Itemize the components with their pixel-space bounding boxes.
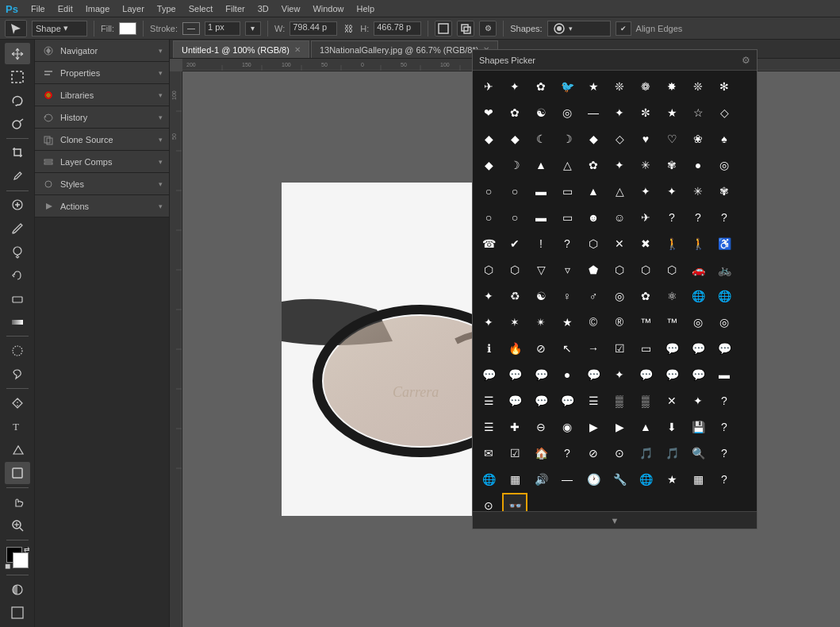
shape-item-23[interactable]: ☽ [554, 126, 580, 152]
shape-item-129[interactable]: ? [712, 388, 737, 414]
shape-item-7[interactable]: ✸ [659, 74, 685, 99]
menu-image[interactable]: Image [80, 2, 116, 15]
shape-item-150[interactable]: 🌐 [476, 467, 501, 492]
tab-untitled[interactable]: Untitled-1 @ 100% (RGB/8) ✕ [173, 40, 309, 58]
tool-healing[interactable] [5, 194, 30, 216]
shape-item-94[interactable]: © [581, 310, 606, 335]
shape-item-60[interactable]: ☎ [476, 231, 501, 256]
shape-item-27[interactable]: ♡ [659, 126, 685, 152]
shape-item-111[interactable]: 💬 [502, 362, 527, 387]
shape-item-130[interactable]: ☰ [476, 414, 501, 440]
shape-item-149[interactable]: ? [712, 440, 737, 466]
shape-item-76[interactable]: ⬡ [633, 257, 658, 283]
picker-scroll-area[interactable]: ✈✦✿🐦★❊❁✸❊✻❤✿☯◎—✦✼★☆◇◆◆☾☽◆◇♥♡❀♠◆☽▲△✿✦✳✾●◎… [473, 71, 757, 511]
shape-item-77[interactable]: ⬡ [659, 257, 685, 283]
shape-item-2[interactable]: ✿ [528, 74, 554, 99]
shape-item-97[interactable]: ™ [659, 310, 685, 335]
shape-item-86[interactable]: ✿ [633, 283, 658, 309]
shape-item-15[interactable]: ✦ [607, 100, 632, 125]
shape-item-19[interactable]: ◇ [712, 100, 737, 125]
shape-item-160[interactable]: ⊙ [476, 493, 501, 511]
tool-gradient[interactable] [5, 311, 30, 333]
shape-item-80[interactable]: ✦ [476, 283, 501, 309]
shape-item-8[interactable]: ❊ [685, 74, 711, 99]
shape-item-35[interactable]: ✦ [607, 152, 632, 178]
shape-item-62[interactable]: ! [528, 231, 554, 256]
shape-item-63[interactable]: ? [554, 231, 580, 256]
menu-layer[interactable]: Layer [117, 2, 150, 15]
shape-item-47[interactable]: ✦ [659, 179, 685, 204]
shape-item-42[interactable]: ▬ [528, 179, 554, 204]
width-input[interactable]: 798.44 p [290, 21, 337, 36]
scroll-down-btn[interactable]: ▼ [611, 516, 619, 525]
shape-item-57[interactable]: ? [659, 205, 685, 230]
shape-item-36[interactable]: ✳ [633, 152, 658, 178]
shape-item-31[interactable]: ☽ [502, 152, 527, 178]
shape-item-110[interactable]: 💬 [476, 362, 501, 387]
shape-item-113[interactable]: ● [554, 362, 580, 387]
shape-item-61[interactable]: ✔ [502, 231, 527, 256]
shape-item-6[interactable]: ❁ [633, 74, 658, 99]
shape-item-50[interactable]: ○ [476, 205, 501, 230]
shape-item-30[interactable]: ◆ [476, 152, 501, 178]
shape-item-112[interactable]: 💬 [528, 362, 554, 387]
shape-item-20[interactable]: ◆ [476, 126, 501, 152]
panel-header-layer-comps[interactable]: Layer Comps ▾ [35, 151, 169, 173]
shape-item-28[interactable]: ❀ [685, 126, 711, 152]
shape-item-43[interactable]: ▭ [554, 179, 580, 204]
shape-item-123[interactable]: 💬 [554, 388, 580, 414]
shape-item-99[interactable]: ◎ [712, 310, 737, 335]
shape-item-75[interactable]: ⬡ [607, 257, 632, 283]
shapes-picker-btn[interactable]: ▾ [547, 21, 611, 37]
shape-item-68[interactable]: 🚶 [685, 231, 711, 256]
tab-close-untitled[interactable]: ✕ [294, 45, 301, 54]
shape-item-39[interactable]: ◎ [712, 152, 737, 178]
shape-item-52[interactable]: ▬ [528, 205, 554, 230]
shape-item-104[interactable]: → [581, 336, 606, 361]
shape-item-141[interactable]: ☑ [502, 440, 527, 466]
shape-mode-dropdown[interactable]: Shape ▾ [32, 21, 87, 37]
tool-type[interactable]: T [5, 416, 30, 437]
shape-item-146[interactable]: 🎵 [633, 440, 658, 466]
reset-colors[interactable]: ◼ [5, 562, 10, 570]
shape-item-33[interactable]: △ [554, 152, 580, 178]
shape-item-78[interactable]: 🚗 [685, 257, 711, 283]
shape-item-118[interactable]: 💬 [685, 362, 711, 387]
shape-item-4[interactable]: ★ [581, 74, 606, 99]
shape-item-12[interactable]: ☯ [528, 100, 554, 125]
shape-item-115[interactable]: ✦ [607, 362, 632, 387]
shape-item-158[interactable]: ▦ [685, 467, 711, 492]
shape-item-70[interactable]: ⬡ [476, 257, 501, 283]
shape-item-85[interactable]: ◎ [607, 283, 632, 309]
path-ops-btn[interactable] [457, 21, 474, 37]
tool-hand[interactable] [5, 491, 30, 513]
tool-shape[interactable] [5, 462, 30, 483]
shape-item-161[interactable]: 👓 [502, 493, 527, 511]
shape-item-5[interactable]: ❊ [607, 74, 632, 99]
tool-screen-mode[interactable] [5, 602, 30, 624]
shape-item-72[interactable]: ▽ [528, 257, 554, 283]
shape-item-121[interactable]: 💬 [502, 388, 527, 414]
tool-path-select[interactable] [5, 439, 30, 460]
shape-item-140[interactable]: ✉ [476, 440, 501, 466]
menu-select[interactable]: Select [183, 2, 219, 15]
shape-item-137[interactable]: ⬇ [659, 414, 685, 440]
shape-item-92[interactable]: ✴ [528, 310, 554, 335]
shape-item-82[interactable]: ☯ [528, 283, 554, 309]
shape-item-119[interactable]: ▬ [712, 362, 737, 387]
shape-item-17[interactable]: ★ [659, 100, 685, 125]
shape-item-139[interactable]: ? [712, 414, 737, 440]
tool-eraser[interactable] [5, 287, 30, 309]
menu-type[interactable]: Type [152, 2, 182, 15]
shape-item-49[interactable]: ✾ [712, 179, 737, 204]
shape-item-81[interactable]: ♻ [502, 283, 527, 309]
tool-move[interactable] [5, 43, 30, 64]
shape-item-58[interactable]: ? [685, 205, 711, 230]
picker-gear-btn[interactable]: ⚙ [742, 55, 750, 66]
stroke-width-input[interactable]: 1 px [205, 21, 240, 36]
shape-item-147[interactable]: 🎵 [659, 440, 685, 466]
shape-item-44[interactable]: ▲ [581, 179, 606, 204]
shape-item-45[interactable]: △ [607, 179, 632, 204]
shape-item-14[interactable]: — [581, 100, 606, 125]
shape-item-66[interactable]: ✖ [633, 231, 658, 256]
